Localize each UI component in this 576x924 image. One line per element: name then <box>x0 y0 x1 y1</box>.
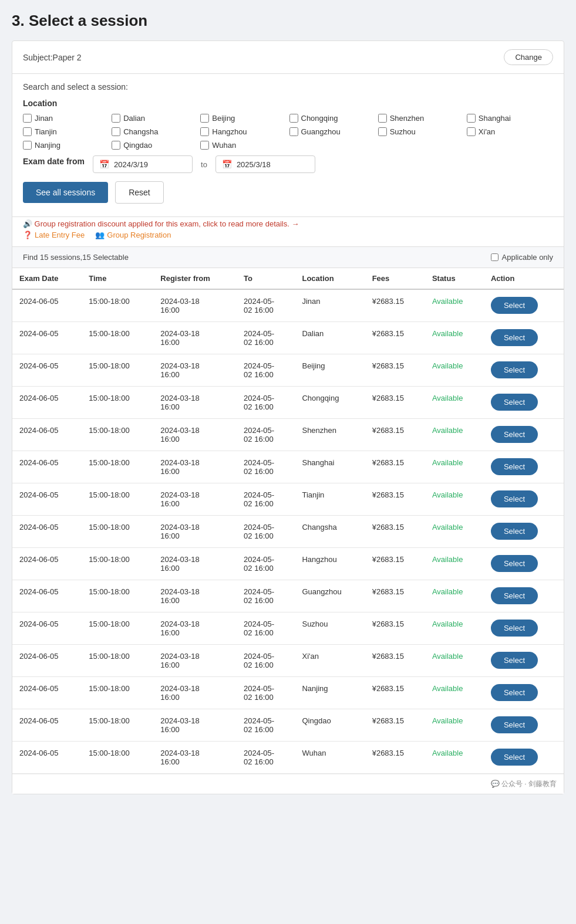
table-column-header: Location <box>295 268 365 289</box>
select-button[interactable]: Select <box>491 426 538 443</box>
reset-button[interactable]: Reset <box>115 181 164 204</box>
cell-fees: ¥2683.15 <box>365 742 425 774</box>
select-button[interactable]: Select <box>491 329 538 346</box>
select-button[interactable]: Select <box>491 652 538 669</box>
action-cell: Select <box>484 516 564 548</box>
action-cell: Select <box>484 387 564 419</box>
cell-location: Wuhan <box>295 742 365 774</box>
action-cell: Select <box>484 742 564 774</box>
status-cell: Available <box>425 289 484 322</box>
action-buttons: See all sessions Reset <box>23 181 553 204</box>
calendar-to-icon: 📅 <box>222 160 232 169</box>
cell-reg-from: 2024-03-18 16:00 <box>153 322 237 354</box>
select-button[interactable]: Select <box>491 587 538 604</box>
cell-to: 2024-05- 02 16:00 <box>237 516 295 548</box>
select-button[interactable]: Select <box>491 749 538 766</box>
location-checkbox-changsha[interactable] <box>112 127 120 136</box>
location-checkbox-beijing[interactable] <box>200 114 209 123</box>
status-cell: Available <box>425 580 484 612</box>
cell-reg-from: 2024-03-18 16:00 <box>153 451 237 483</box>
location-checkbox-shenzhen[interactable] <box>378 114 387 123</box>
calendar-from-icon: 📅 <box>99 160 109 169</box>
location-checkbox-qingdao[interactable] <box>112 141 120 150</box>
select-button[interactable]: Select <box>491 620 538 637</box>
cell-reg-from: 2024-03-18 16:00 <box>153 645 237 677</box>
action-cell: Select <box>484 483 564 516</box>
change-button[interactable]: Change <box>504 49 553 65</box>
cell-exam-date: 2024-06-05 <box>12 516 82 548</box>
subject-label: Subject:Paper 2 <box>23 53 82 62</box>
location-checkbox-tianjin[interactable] <box>23 127 32 136</box>
status-badge: Available <box>432 490 463 499</box>
exam-date-from-label: Exam date from <box>23 157 85 166</box>
location-checkbox-item: Changsha <box>112 127 198 136</box>
search-section: Search and select a session: Location Ji… <box>12 74 564 217</box>
see-all-sessions-button[interactable]: See all sessions <box>23 182 108 203</box>
table-column-header: Register from <box>153 268 237 289</box>
status-cell: Available <box>425 645 484 677</box>
location-checkbox-wuhan[interactable] <box>200 141 209 150</box>
select-button[interactable]: Select <box>491 555 538 572</box>
location-checkbox-xian[interactable] <box>467 127 476 136</box>
date-from-input[interactable] <box>114 160 186 169</box>
cell-location: Shanghai <box>295 451 365 483</box>
status-badge: Available <box>432 426 463 435</box>
applicable-only-checkbox[interactable] <box>491 253 498 261</box>
group-reg-legend: 👥 Group Registration <box>95 231 171 239</box>
table-column-header: To <box>237 268 295 289</box>
status-badge: Available <box>432 652 463 661</box>
cell-reg-from: 2024-03-18 16:00 <box>153 354 237 387</box>
cell-location: Nanjing <box>295 677 365 709</box>
table-row: 2024-06-0515:00-18:002024-03-18 16:00202… <box>12 612 564 645</box>
location-checkbox-chongqing[interactable] <box>289 114 298 123</box>
cell-to: 2024-05- 02 16:00 <box>237 548 295 580</box>
main-card: Subject:Paper 2 Change Search and select… <box>12 40 564 794</box>
action-cell: Select <box>484 451 564 483</box>
location-checkbox-item: Guangzhou <box>289 127 376 136</box>
cell-fees: ¥2683.15 <box>365 580 425 612</box>
date-from-input-wrap[interactable]: 📅 <box>93 155 193 173</box>
cell-location: Xi'an <box>295 645 365 677</box>
discount-notice[interactable]: 🔊 Group registration discount applied fo… <box>23 219 553 228</box>
date-to-input[interactable] <box>237 160 309 169</box>
select-button[interactable]: Select <box>491 684 538 701</box>
cell-to: 2024-05- 02 16:00 <box>237 677 295 709</box>
date-to-input-wrap[interactable]: 📅 <box>215 155 315 173</box>
sessions-table: Exam DateTimeRegister fromToLocationFees… <box>12 268 564 774</box>
status-badge: Available <box>432 684 463 693</box>
cell-exam-date: 2024-06-05 <box>12 645 82 677</box>
cell-time: 15:00-18:00 <box>82 580 153 612</box>
select-button[interactable]: Select <box>491 490 538 507</box>
cell-to: 2024-05- 02 16:00 <box>237 483 295 516</box>
cell-to: 2024-05- 02 16:00 <box>237 580 295 612</box>
cell-reg-from: 2024-03-18 16:00 <box>153 742 237 774</box>
select-button[interactable]: Select <box>491 523 538 540</box>
select-button[interactable]: Select <box>491 458 538 475</box>
status-badge: Available <box>432 555 463 564</box>
location-label: Tianjin <box>35 127 57 136</box>
select-button[interactable]: Select <box>491 297 538 314</box>
cell-to: 2024-05- 02 16:00 <box>237 451 295 483</box>
select-button[interactable]: Select <box>491 361 538 378</box>
select-button[interactable]: Select <box>491 394 538 411</box>
location-checkbox-jinan[interactable] <box>23 114 32 123</box>
location-label: Chongqing <box>301 114 338 123</box>
table-row: 2024-06-0515:00-18:002024-03-18 16:00202… <box>12 645 564 677</box>
select-button[interactable]: Select <box>491 716 538 733</box>
location-checkbox-dalian[interactable] <box>112 114 120 123</box>
location-checkbox-suzhou[interactable] <box>378 127 387 136</box>
status-badge: Available <box>432 361 463 370</box>
location-checkbox-shanghai[interactable] <box>467 114 476 123</box>
status-cell: Available <box>425 742 484 774</box>
location-label: Nanjing <box>35 141 60 150</box>
location-label: Suzhou <box>390 127 416 136</box>
cell-to: 2024-05- 02 16:00 <box>237 322 295 354</box>
cell-reg-from: 2024-03-18 16:00 <box>153 677 237 709</box>
action-cell: Select <box>484 612 564 645</box>
location-checkbox-nanjing[interactable] <box>23 141 32 150</box>
cell-location: Jinan <box>295 289 365 322</box>
location-checkbox-guangzhou[interactable] <box>289 127 298 136</box>
location-checkbox-hangzhou[interactable] <box>200 127 209 136</box>
cell-fees: ¥2683.15 <box>365 483 425 516</box>
status-badge: Available <box>432 297 463 306</box>
